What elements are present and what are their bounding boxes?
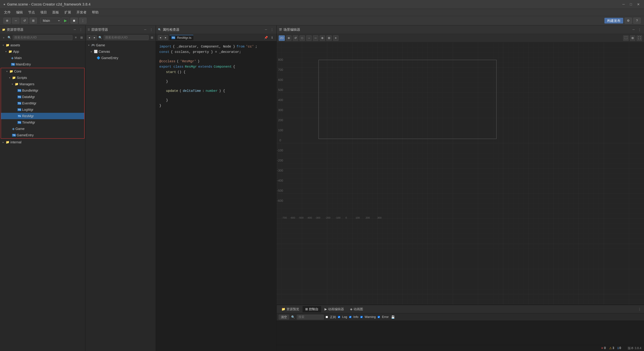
tree-item-gameentry[interactable]: TS GameEntry xyxy=(1,132,84,138)
console-checkbox-error[interactable] xyxy=(378,316,380,318)
assets-collapse-btn[interactable]: ─ xyxy=(72,27,77,32)
help-button[interactable]: ? xyxy=(633,18,641,24)
hierarchy-list-btn[interactable]: ⊞ xyxy=(150,35,154,40)
console-clear-btn[interactable]: 清空 xyxy=(279,315,289,319)
scene-tool-more[interactable]: ≡ xyxy=(333,36,338,41)
tree-item-app[interactable]: 📁 App xyxy=(0,48,85,55)
menu-help[interactable]: 帮助 xyxy=(90,10,101,15)
ts-icon-logmgr: TS xyxy=(18,108,21,111)
editor-tab-resmgr[interactable]: TS ResMgr.ts xyxy=(170,35,193,40)
console-save-btn[interactable]: 💾 xyxy=(390,315,395,319)
hierarchy-search-input[interactable] xyxy=(104,35,148,40)
scene-fit-btn[interactable]: ⛶ xyxy=(636,36,642,41)
tab-icon-animation: ▶ xyxy=(324,307,327,311)
scene-tool-minus[interactable]: ─ xyxy=(313,36,318,41)
bottom-panel-menu-btn[interactable]: ⋮ xyxy=(637,307,642,311)
scene-tool-plus[interactable]: ⊕ xyxy=(320,36,325,41)
maximize-button[interactable]: □ xyxy=(628,2,633,7)
tree-item-eventmgr[interactable]: TS EventMgr xyxy=(1,100,84,106)
console-checkbox-normal[interactable] xyxy=(326,316,328,318)
svg-text:300: 300 xyxy=(377,216,382,219)
menu-node[interactable]: 节点 xyxy=(26,10,37,15)
scene-external-btn[interactable]: ⊞ xyxy=(630,36,635,41)
console-checkbox-log[interactable] xyxy=(338,316,340,318)
editor-back-btn[interactable]: ◂ xyxy=(158,35,163,40)
tab-animation-editor[interactable]: ▶ 动画编辑器 xyxy=(322,306,347,312)
hierarchy-item-game[interactable]: 🎮 Game xyxy=(86,42,156,48)
tree-item-bundlemgr[interactable]: TS BundleMgr xyxy=(1,87,84,94)
tree-item-resmgr[interactable]: TS ResMgr xyxy=(1,113,84,119)
console-search-input[interactable] xyxy=(297,315,324,319)
assets-filter-btn[interactable]: ≡ xyxy=(74,35,78,40)
menu-panel[interactable]: 面板 xyxy=(50,10,62,15)
tree-item-timemgr[interactable]: TS TimeMgr xyxy=(1,119,84,126)
toolbar-btn-2[interactable]: ↔ xyxy=(12,18,20,24)
menu-file[interactable]: 文件 xyxy=(2,10,13,15)
code-editor[interactable]: import { _decorator, Component, Node } f… xyxy=(156,41,276,351)
hierarchy-collapse-btn[interactable]: ─ xyxy=(143,27,148,32)
tab-console[interactable]: ⊞ 控制台 xyxy=(302,306,321,312)
menu-project[interactable]: 项目 xyxy=(38,10,49,15)
menu-edit[interactable]: 编辑 xyxy=(14,10,25,15)
console-checkbox-warning[interactable] xyxy=(360,316,362,318)
editor-forward-btn[interactable]: ▸ xyxy=(163,35,168,40)
scene-canvas[interactable]: 800 700 600 500 400 300 200 100 0 -100 -… xyxy=(277,42,644,305)
tree-item-main[interactable]: ◈ Main xyxy=(0,55,85,61)
tree-item-logmgr[interactable]: TS LogMgr xyxy=(1,106,84,113)
scene-menu-btn[interactable]: ⋮ xyxy=(637,27,642,32)
scene-tool-rotate[interactable]: ↺ xyxy=(293,36,298,41)
scene-tool-grid[interactable]: ⊞ xyxy=(326,36,332,41)
hierarchy-item-gameentry[interactable]: 🔷 GameEntry xyxy=(86,55,156,61)
more-button[interactable]: ⋮ xyxy=(79,18,86,24)
tree-label-gameentry: GameEntry xyxy=(17,133,34,137)
inspector-collapse-btn[interactable]: ─ xyxy=(264,27,268,32)
tree-item-assets[interactable]: 📁 assets xyxy=(0,42,85,48)
scene-tool-rect[interactable]: □ xyxy=(300,36,305,41)
minimize-button[interactable]: ─ xyxy=(621,2,626,7)
tree-item-mainentry[interactable]: TS MainEntry xyxy=(0,61,85,68)
toolbar-btn-4[interactable]: ⊞ xyxy=(30,18,37,24)
scene-mode-2d[interactable]: 2D xyxy=(279,36,285,41)
svg-text:600: 600 xyxy=(278,78,283,82)
hierarchy-back-btn[interactable]: ◂ xyxy=(87,35,92,40)
tree-item-core[interactable]: 📁 Core xyxy=(1,68,84,75)
close-button[interactable]: ✕ xyxy=(636,2,641,7)
scene-tool-scale[interactable]: → xyxy=(306,36,312,41)
menu-extend[interactable]: 扩展 xyxy=(62,10,74,15)
assets-add-btn[interactable]: ＋ xyxy=(1,35,6,40)
assets-panel: 📁 资源管理器 ─ ⋮ ＋ 🔍 ≡ ⊞ 📁 assets 📁 xyxy=(0,26,86,351)
toolbar-btn-3[interactable]: ↺ xyxy=(21,18,28,24)
menu-dev[interactable]: 开发者 xyxy=(74,10,89,15)
hierarchy-menu-btn[interactable]: ⋮ xyxy=(149,27,154,32)
scene-tool-move[interactable]: ⊕ xyxy=(286,36,292,41)
settings-button[interactable]: ⚙ xyxy=(624,18,632,24)
hierarchy-nav: ◂ ▸ xyxy=(87,35,97,40)
scene-collapse-btn[interactable]: ─ xyxy=(631,27,636,32)
assets-list-btn[interactable]: ⊞ xyxy=(79,35,84,40)
inspector-info-btn[interactable]: ℹ xyxy=(270,35,274,40)
build-button[interactable]: 构建发布 xyxy=(604,18,623,24)
inspector-menu-btn[interactable]: ⋮ xyxy=(270,27,274,32)
scene-fullscreen-btn[interactable]: ⛶ xyxy=(623,36,628,41)
info-icon: ℹ xyxy=(618,346,619,350)
scene-select[interactable]: Main xyxy=(40,18,60,24)
tree-item-game[interactable]: ◈ Game xyxy=(1,126,84,132)
hierarchy-forward-btn[interactable]: ▸ xyxy=(92,35,97,40)
tree-item-scripts[interactable]: 📁 Scripts xyxy=(1,75,84,81)
toolbar-btn-1[interactable]: ⊕ xyxy=(3,18,11,24)
inspector-pin-btn[interactable]: 📌 xyxy=(264,35,268,40)
tab-animation-graph[interactable]: ◈ 动画图 xyxy=(347,306,366,312)
assets-search-input[interactable] xyxy=(13,35,72,40)
console-toolbar: 清空 🔍 正则 Log Info Warning xyxy=(277,313,644,321)
hierarchy-item-canvas[interactable]: ⬜ Canvas xyxy=(86,48,156,55)
tree-item-datamgr[interactable]: TS DataMgr xyxy=(1,94,84,100)
tree-item-managers[interactable]: 📁 Managers xyxy=(1,81,84,87)
console-checkbox-info[interactable] xyxy=(349,316,351,318)
tab-assets-preview[interactable]: 📁 资源预览 xyxy=(279,306,302,312)
console-filter-label-warning: Warning xyxy=(364,315,376,319)
assets-menu-btn[interactable]: ⋮ xyxy=(78,27,83,32)
stop-button[interactable]: ⏹ xyxy=(70,18,78,24)
svg-text:-400: -400 xyxy=(277,179,283,182)
tree-item-internal[interactable]: 📁 internal xyxy=(0,139,85,145)
play-button[interactable]: ▶ xyxy=(62,18,69,24)
